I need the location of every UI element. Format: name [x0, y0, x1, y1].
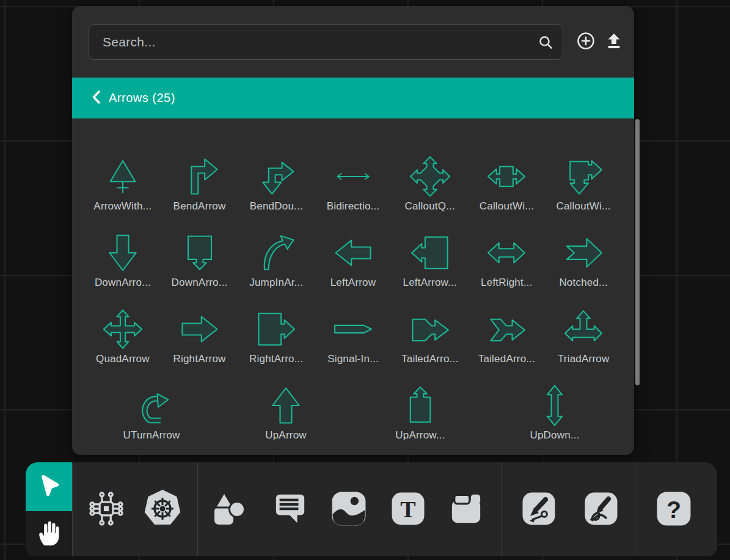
shape-grid-row: QuadArrow RightArrow RightArro... Signal… [84, 305, 622, 382]
shape-label: UpDown... [530, 429, 579, 442]
category-header[interactable]: Arrows (25) [72, 78, 634, 118]
shape-label: CalloutWi... [556, 200, 610, 213]
shape-label: TailedArro... [478, 353, 535, 365]
search-row [72, 6, 634, 78]
left-arrow-callout-icon [409, 229, 451, 277]
triad-arrow-icon [563, 305, 604, 353]
kubernetes-tool-button[interactable] [142, 489, 183, 530]
note-icon [450, 492, 483, 527]
select-tool-button[interactable] [26, 462, 72, 511]
shape-item-up-arrow[interactable]: UpArrow [219, 382, 353, 455]
chevron-left-icon[interactable] [92, 90, 100, 106]
shape-item-triad-arrow[interactable]: TriadArrow [545, 305, 622, 382]
shape-label: TailedArro... [401, 353, 458, 365]
search-input[interactable] [89, 24, 563, 60]
comment-tool-button[interactable] [274, 492, 307, 527]
svg-text:T: T [400, 496, 415, 522]
shape-label: UpArrow... [395, 429, 445, 442]
tool-group [501, 462, 635, 556]
add-shape-button[interactable] [572, 24, 600, 60]
uturn-arrow-icon [131, 382, 172, 429]
callout-quad-arrow-icon [409, 153, 451, 200]
shape-item-jump-in-arrow[interactable]: JumpInAr... [238, 229, 315, 305]
shapes-tool-button[interactable] [211, 490, 249, 529]
circuit-chip-icon [89, 491, 124, 528]
down-arrow-callout-icon [179, 229, 221, 277]
shape-grid: ArrowWith... BendArrow BendDou... Bidire… [72, 118, 634, 455]
shape-item-up-arrow-callout[interactable]: UpArrow... [353, 382, 487, 455]
bottom-toolbar: T ? [26, 462, 717, 556]
shape-item-notched-right-arrow[interactable]: Notched... [545, 229, 622, 305]
shape-label: LeftArrow... [403, 277, 457, 289]
bend-arrow-icon [179, 153, 221, 200]
shape-item-quad-arrow[interactable]: QuadArrow [84, 305, 161, 382]
shape-item-right-arrow[interactable]: RightArrow [161, 305, 238, 382]
freehand-icon [584, 492, 618, 528]
shape-item-bidirectional-arrow[interactable]: Bidirectio... [315, 153, 392, 229]
shape-label: ArrowWith... [93, 200, 151, 213]
shape-item-tailed-arrow-chevron[interactable]: TailedArro... [469, 305, 546, 382]
shape-label: CalloutWi... [480, 200, 534, 213]
shape-item-callout-left-right-arrow[interactable]: CalloutWi... [469, 153, 546, 229]
shape-grid-row: DownArro... DownArro... JumpInAr... Left… [84, 229, 622, 305]
left-right-arrow-icon [486, 229, 527, 277]
upload-shape-button[interactable] [600, 24, 628, 60]
pen-icon [522, 492, 556, 528]
image-icon [331, 491, 367, 528]
shapes-icon [211, 490, 249, 529]
shape-label: TriadArrow [558, 353, 610, 365]
note-tool-button[interactable] [450, 492, 483, 527]
text-tool-button[interactable]: T [391, 492, 425, 528]
shape-item-uturn-arrow[interactable]: UTurnArrow [84, 382, 219, 455]
jump-in-arrow-icon [255, 229, 297, 277]
shape-item-left-right-arrow[interactable]: LeftRight... [469, 229, 546, 305]
shape-label: RightArro... [249, 353, 303, 365]
panel-scrollbar[interactable] [635, 119, 640, 385]
bidirectional-arrow-icon [332, 153, 374, 200]
shape-item-up-down-arrow[interactable]: UpDown... [487, 382, 622, 455]
right-arrow-callout-icon [255, 305, 297, 353]
shape-item-signal-in[interactable]: Signal-In... [315, 305, 392, 382]
left-arrow-icon [332, 229, 374, 277]
pan-tool-button[interactable] [26, 511, 72, 556]
shape-item-bend-arrow[interactable]: BendArrow [161, 153, 238, 229]
shape-item-callout-right-down-arrow[interactable]: CalloutWi... [545, 153, 622, 229]
shape-library-panel: Arrows (25) ArrowWith... BendArrow BendD… [72, 6, 634, 455]
help-tool-button[interactable]: ? [656, 491, 692, 528]
signal-in-icon [332, 305, 374, 353]
callout-left-right-arrow-icon [486, 153, 527, 200]
shape-label: JumpInAr... [249, 277, 303, 289]
svg-text:?: ? [666, 495, 681, 522]
shape-label: QuadArrow [96, 353, 150, 365]
help-icon: ? [656, 491, 692, 528]
freehand-tool-button[interactable] [584, 492, 618, 528]
shape-item-down-arrow-callout[interactable]: DownArro... [161, 229, 238, 305]
shape-item-down-arrow[interactable]: DownArro... [84, 229, 161, 305]
shape-item-bend-double-arrow[interactable]: BendDou... [238, 153, 315, 229]
search-icon [538, 35, 553, 53]
shape-item-right-arrow-callout[interactable]: RightArro... [238, 305, 315, 382]
quad-arrow-icon [102, 305, 144, 353]
shape-item-tailed-arrow[interactable]: TailedArro... [392, 305, 469, 382]
shape-item-arrow-with-stem[interactable]: ArrowWith... [84, 153, 161, 229]
shape-label: BendArrow [173, 200, 226, 213]
up-arrow-icon [265, 382, 307, 429]
comment-icon [274, 492, 307, 527]
category-title: Arrows (25) [109, 91, 175, 105]
infrastructure-tool-button[interactable] [89, 491, 124, 528]
up-down-arrow-icon [534, 382, 575, 429]
shape-label: CalloutQ... [404, 200, 455, 213]
shape-item-callout-quad-arrow[interactable]: CalloutQ... [392, 153, 469, 229]
shape-label: DownArro... [172, 277, 228, 289]
shape-item-left-arrow[interactable]: LeftArrow [315, 229, 392, 305]
tool-group [73, 462, 197, 556]
shape-item-left-arrow-callout[interactable]: LeftArrow... [392, 229, 469, 305]
shape-label: LeftArrow [330, 277, 376, 289]
shape-label: UTurnArrow [123, 429, 180, 442]
pen-tool-button[interactable] [522, 492, 556, 528]
hand-icon [37, 519, 61, 549]
shape-label: Bidirectio... [327, 200, 380, 213]
arrow-with-stem-icon [102, 153, 144, 200]
image-tool-button[interactable] [331, 491, 367, 528]
right-arrow-icon [179, 305, 221, 353]
